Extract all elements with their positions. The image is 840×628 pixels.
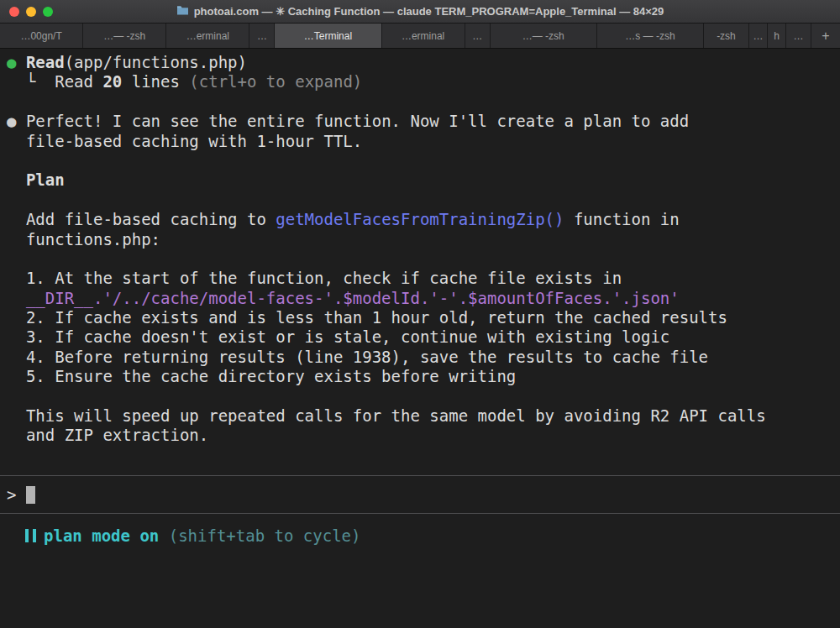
prompt-input[interactable]: > <box>0 475 840 514</box>
assistant-bullet: ● <box>7 112 26 130</box>
tab-label: …s — -zsh <box>625 30 675 42</box>
window-title: photoai.com — ✳ Caching Function — claud… <box>0 5 840 18</box>
tab-active[interactable]: …Terminal <box>275 24 381 48</box>
tool-call-line: ● Read(app/functions.php) <box>7 53 840 72</box>
result-suffix: lines <box>122 72 189 91</box>
new-tab-label: + <box>822 29 829 44</box>
result-expand-hint: (ctrl+o to expand) <box>189 72 362 91</box>
plan-intro-suffix: function in <box>564 210 679 228</box>
plan-step-3-text: 3. If cache doesn't exist or is stale, c… <box>7 327 669 346</box>
blank-line <box>7 92 840 112</box>
new-tab-button[interactable]: + <box>811 24 840 48</box>
plan-step-4-text: 4. Before returning results (line 1938),… <box>7 348 708 366</box>
status-bar: plan mode on (shift+tab to cycle) <box>0 526 840 546</box>
assistant-text-1: Perfect! I can see the entire function. … <box>26 112 689 130</box>
traffic-lights <box>9 0 53 23</box>
tab-label: … <box>257 30 267 42</box>
result-count: 20 <box>102 72 122 91</box>
tool-args: (app/functions.php) <box>65 53 247 71</box>
tool-result-line[interactable]: └ Read 20 lines (ctrl+o to expand) <box>7 72 840 92</box>
tab-label: h <box>774 30 780 42</box>
assistant-text-2: file-based caching with 1-hour TTL. <box>7 132 362 150</box>
assistant-message-line-2: file-based caching with 1-hour TTL. <box>7 132 840 151</box>
pause-icon <box>25 529 36 542</box>
blank-line <box>7 191 840 210</box>
plan-summary-line-1: This will speed up repeated calls for th… <box>7 406 840 426</box>
zoom-button[interactable] <box>43 7 53 17</box>
plan-step-4: 4. Before returning results (line 1938),… <box>7 348 840 367</box>
plan-summary-2-text: and ZIP extraction. <box>7 426 208 444</box>
plan-step-1: 1. At the start of the function, check i… <box>7 269 840 288</box>
plan-step-5: 5. Ensure the cache directory exists bef… <box>7 367 840 386</box>
title-bar: photoai.com — ✳ Caching Function — claud… <box>0 0 840 24</box>
cache-path-code: __DIR__.'/../cache/model-faces-'.$modelI… <box>7 289 680 307</box>
cache-path-line: __DIR__.'/../cache/model-faces-'.$modelI… <box>7 289 840 308</box>
tab[interactable]: …erminal <box>166 24 249 48</box>
tab-label: …Terminal <box>304 30 352 42</box>
result-connector: └ Read <box>7 72 102 91</box>
folder-icon <box>176 5 189 18</box>
minimize-button[interactable] <box>26 7 36 17</box>
plan-step-2: 2. If cache exists and is less than 1 ho… <box>7 308 840 327</box>
plan-step-3: 3. If cache doesn't exist or is stale, c… <box>7 327 840 347</box>
plan-step-2-text: 2. If cache exists and is less than 1 ho… <box>7 308 727 327</box>
plan-mode-hint: (shift+tab to cycle) <box>169 526 361 545</box>
blank-line <box>7 151 840 170</box>
blank-line <box>7 387 840 406</box>
tab[interactable]: …s — -zsh <box>597 24 704 48</box>
blank-line <box>7 249 840 269</box>
tab-label: …— -zsh <box>103 30 145 42</box>
plan-heading-text: Plan <box>7 170 65 189</box>
tab[interactable]: … <box>786 24 811 48</box>
tab[interactable]: h <box>768 24 786 48</box>
tab-label: … <box>472 30 482 42</box>
tab-bar: …00gn/T …— -zsh …erminal … …Terminal …er… <box>0 24 840 49</box>
prompt-symbol: > <box>7 485 26 504</box>
plan-intro-prefix: Add file-based caching to <box>7 210 276 228</box>
tab-label: …erminal <box>402 30 444 42</box>
tab-label: … <box>753 30 763 42</box>
plan-summary-line-2: and ZIP extraction. <box>7 426 840 445</box>
tab[interactable]: …00gn/T <box>0 24 83 48</box>
tab[interactable]: …erminal <box>382 24 465 48</box>
tab[interactable]: … <box>465 24 491 48</box>
plan-intro-filename: functions.php: <box>7 230 160 249</box>
plan-summary-1-text: This will speed up repeated calls for th… <box>7 406 766 425</box>
plan-step-5-text: 5. Ensure the cache directory exists bef… <box>7 367 516 385</box>
tab[interactable]: … <box>249 24 275 48</box>
plan-heading: Plan <box>7 170 840 190</box>
spacer <box>0 446 840 475</box>
assistant-message-line-1: ● Perfect! I can see the entire function… <box>7 112 840 131</box>
tab-label: …erminal <box>186 30 229 42</box>
plan-intro-line-1: Add file-based caching to getModelFacesF… <box>7 210 840 229</box>
prompt-line[interactable]: > <box>7 484 840 505</box>
terminal-content: ● Read(app/functions.php) └ Read 20 line… <box>0 49 840 446</box>
plan-mode-label: plan mode on <box>44 526 169 545</box>
tool-bullet: ● <box>7 53 26 71</box>
tool-name: Read <box>26 53 65 71</box>
text-cursor <box>26 486 35 504</box>
close-button[interactable] <box>9 7 19 17</box>
plan-intro-line-2: functions.php: <box>7 230 840 249</box>
tab[interactable]: … <box>749 24 768 48</box>
plan-step-1-text: 1. At the start of the function, check i… <box>7 269 622 287</box>
tab-label: -zsh <box>717 30 736 42</box>
tab[interactable]: …— -zsh <box>491 24 597 48</box>
tab-label: …— -zsh <box>522 30 564 42</box>
tab-label: … <box>793 30 803 42</box>
function-name-code: getModelFacesFromTrainingZip() <box>276 210 564 228</box>
tab[interactable]: …— -zsh <box>83 24 166 48</box>
tab[interactable]: -zsh <box>704 24 749 48</box>
tab-label: …00gn/T <box>20 30 61 42</box>
window-title-text: photoai.com — ✳ Caching Function — claud… <box>194 5 664 18</box>
